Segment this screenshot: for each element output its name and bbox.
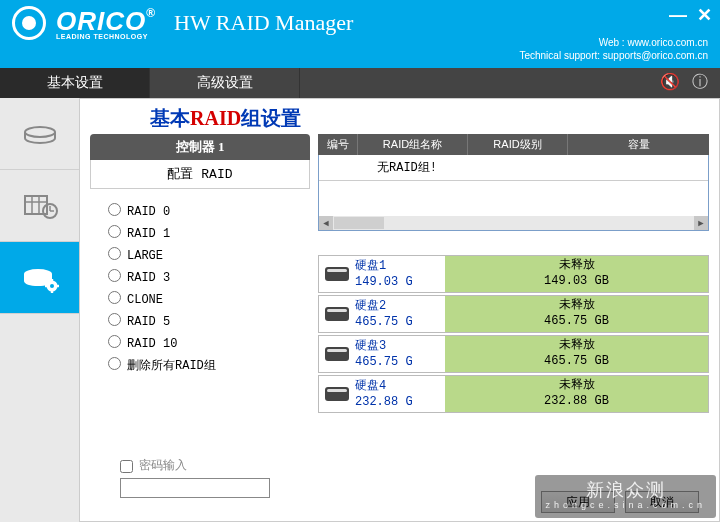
disk-size: 465.75 G [355,355,445,371]
svg-rect-14 [56,284,59,286]
svg-rect-20 [327,349,347,352]
disk-status-size: 149.03 GB [544,274,609,290]
password-input[interactable] [120,478,270,498]
brand-name: ORICO® LEADING TECHNOLOGY [56,6,156,40]
svg-rect-12 [50,290,52,293]
disk-status: 未释放 [559,298,595,314]
radio-raid3[interactable]: RAID 3 [108,268,304,285]
section-title: 基本RAID组设置 [150,105,709,132]
sidebar-item-disk[interactable] [0,98,79,170]
horizontal-scrollbar[interactable]: ◄ ► [319,216,708,230]
no-raid-text: 无RAID组! [319,155,708,181]
disk-row: 硬盘1149.03 G 未释放149.03 GB [318,255,709,293]
radio-large[interactable]: LARGE [108,246,304,263]
disk-row: 硬盘2465.75 G 未释放465.75 GB [318,295,709,333]
header-info: Web : www.orico.com.cn Technical support… [519,36,708,62]
disk-name: 硬盘3 [355,339,445,355]
disk-list: 硬盘1149.03 G 未释放149.03 GB 硬盘2465.75 G 未释放… [318,255,709,413]
disk-name: 硬盘4 [355,379,445,395]
hdd-icon [319,376,355,412]
title-bar: ORICO® LEADING TECHNOLOGY HW RAID Manage… [0,0,720,68]
scroll-thumb[interactable] [334,217,384,229]
disk-size: 149.03 G [355,275,445,291]
sidebar-item-raid[interactable] [0,242,79,314]
scroll-right-arrow-icon[interactable]: ► [694,216,708,230]
raid-mode-list: RAID 0 RAID 1 LARGE RAID 3 CLONE RAID 5 … [90,189,310,387]
radio-raid5[interactable]: RAID 5 [108,312,304,329]
password-checkbox[interactable] [120,460,133,473]
hdd-icon [319,336,355,372]
disk-size: 232.88 G [355,395,445,411]
col-number: 编号 [318,134,358,155]
tab-advanced[interactable]: 高级设置 [150,68,300,98]
password-label: 密码输入 [139,457,187,474]
radio-raid0[interactable]: RAID 0 [108,202,304,219]
svg-point-0 [25,127,55,137]
watermark: 新浪众测 zhongce.sina.com.cn [535,475,716,518]
web-url: Web : www.orico.com.cn [519,36,708,49]
radio-raid10[interactable]: RAID 10 [108,334,304,351]
disk-status: 未释放 [559,258,595,274]
disk-row: 硬盘4232.88 G 未释放232.88 GB [318,375,709,413]
tab-basic[interactable]: 基本设置 [0,68,150,98]
svg-rect-22 [327,389,347,392]
disk-status: 未释放 [559,378,595,394]
disk-row: 硬盘3465.75 G 未释放465.75 GB [318,335,709,373]
sidebar-item-schedule[interactable] [0,170,79,242]
disk-name: 硬盘1 [355,259,445,275]
sidebar [0,98,80,522]
disk-size: 465.75 G [355,315,445,331]
mute-icon[interactable]: 🔇 [660,72,680,93]
raid-group-header: 编号 RAID组名称 RAID级别 容量 [318,134,709,155]
raid-group-grid: 无RAID组! ◄ ► [318,155,709,231]
col-name: RAID组名称 [358,134,468,155]
svg-rect-11 [50,279,52,282]
configure-header: 配置 RAID [90,160,310,189]
brand-logo-icon [12,6,46,40]
controller-header: 控制器 1 [90,134,310,160]
disk-name: 硬盘2 [355,299,445,315]
svg-rect-13 [45,284,48,286]
minimize-button[interactable]: — [669,5,687,26]
app-title: HW RAID Manager [174,10,353,36]
disk-status: 未释放 [559,338,595,354]
disk-status-size: 465.75 GB [544,314,609,330]
svg-rect-16 [327,269,347,272]
hdd-icon [319,296,355,332]
radio-delete-all[interactable]: 删除所有RAID组 [108,356,304,374]
raid-config-panel: 控制器 1 配置 RAID RAID 0 RAID 1 LARGE RAID 3… [90,134,310,498]
disk-status-size: 465.75 GB [544,354,609,370]
radio-clone[interactable]: CLONE [108,290,304,307]
scroll-left-arrow-icon[interactable]: ◄ [319,216,333,230]
support-email: Technical support: supports@orico.com.cn [519,49,708,62]
info-icon[interactable]: ⓘ [692,72,708,93]
close-button[interactable]: ✕ [697,4,712,26]
hdd-icon [319,256,355,292]
tab-bar: 基本设置 高级设置 🔇 ⓘ [0,68,720,98]
svg-rect-18 [327,309,347,312]
col-capacity: 容量 [568,134,709,155]
col-level: RAID级别 [468,134,568,155]
svg-point-10 [50,284,54,288]
radio-raid1[interactable]: RAID 1 [108,224,304,241]
main-panel: 基本RAID组设置 控制器 1 配置 RAID RAID 0 RAID 1 LA… [80,98,720,522]
disk-status-size: 232.88 GB [544,394,609,410]
